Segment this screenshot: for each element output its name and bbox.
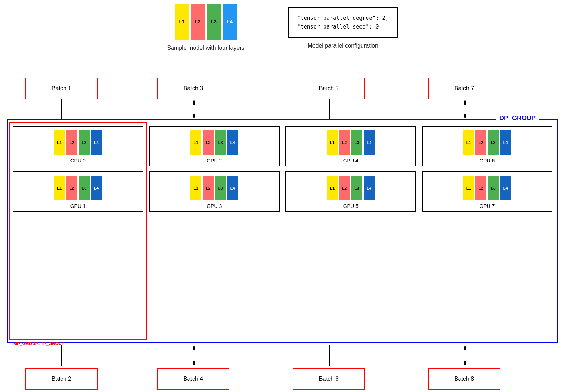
svg-marker-11 [329,99,330,105]
arrow-batch6-conn [329,345,330,368]
gpu6-l3: L3 [488,130,499,155]
gpu1-name: GPU 1 [70,203,86,209]
gpu5-l1: L1 [327,176,338,200]
gpu3-name: GPU 3 [207,203,222,209]
gpu3-l2: L2 [203,176,214,200]
batch5-label: Batch 5 [319,85,338,92]
gpu6-name: GPU 6 [479,158,495,164]
gpu2-l4: L4 [227,130,238,155]
gpu4-layers: L1 L2 L3 L4 [327,130,375,155]
gpu6-l1: L1 [463,130,474,155]
batch5-box: Batch 5 [293,78,365,99]
batch2-box: Batch 2 [25,368,98,390]
gpu3-l4: L4 [227,176,238,200]
gpu0-l4: L4 [91,130,102,155]
svg-marker-7 [193,99,195,105]
arrow-batch1-up [61,99,62,121]
gpu2-l3: L3 [215,130,226,155]
gpu1-l4: L4 [91,176,102,200]
gpu2-layers: L1 L2 L3 L4 [190,130,238,155]
batch7-box: Batch 7 [428,78,500,99]
layer-l4: L4 [223,4,237,40]
config-line2: "tensor_parallel_seed": 0 [297,22,389,31]
diagram: L1 L2 L3 L4 Sample model with four layer… [0,0,565,392]
gpu3-layers: L1 L2 L3 L4 [190,176,238,200]
batch1-label: Batch 1 [52,85,71,92]
gpu2-box: L1 L2 L3 L4 GPU 2 [149,126,280,166]
batch4-label: Batch 4 [184,376,203,382]
dp-group-border: DP_GROUP MP_GROUP=TP_GROUP L1 L2 L3 [7,119,558,343]
layer-l1: L1 [175,4,189,40]
gpu2-l1: L1 [190,130,201,155]
svg-marker-31 [464,345,466,350]
config-box: "tensor_parallel_degree": 2, "tensor_par… [288,7,398,38]
gpu-pair-2: L1 L2 L3 L4 GPU 4 L1 L2 L3 [285,126,416,336]
layer-l2: L2 [191,4,205,40]
svg-marker-15 [464,99,466,105]
svg-marker-27 [329,345,330,350]
gpu7-layers: L1 L2 L3 L4 [463,176,511,200]
gpu1-l2: L2 [66,176,77,200]
gpu1-l1: L1 [54,176,65,200]
config-section: "tensor_parallel_degree": 2, "tensor_par… [288,4,398,49]
gpu6-layers: L1 L2 L3 L4 [463,130,511,155]
gpu5-layers: L1 L2 L3 L4 [327,176,375,200]
arrow-batch8-conn [464,345,466,368]
gpu6-l2: L2 [475,130,486,155]
layer-l3: L3 [207,4,221,40]
gpu4-name: GPU 4 [343,158,358,164]
svg-marker-3 [61,99,62,105]
gpu4-l3: L3 [351,130,362,155]
gpu3-l1: L1 [190,176,201,200]
model-section-label: Sample model with four layers [167,45,244,51]
top-section: L1 L2 L3 L4 Sample model with four layer… [0,4,565,51]
arrow-batch7 [464,99,466,121]
gpu4-box: L1 L2 L3 L4 GPU 4 [285,126,416,166]
gpu2-name: GPU 2 [207,158,222,164]
arrow-batch5 [329,99,330,121]
gpu0-name: GPU 0 [70,158,86,164]
gpu7-box: L1 L2 L3 L4 GPU 7 [422,171,553,212]
batch6-label: Batch 6 [319,376,338,382]
dp-group-label: DP_GROUP [496,114,539,122]
batch1-box: Batch 1 [25,78,98,99]
batch7-label: Batch 7 [454,85,474,92]
gpu0-layers: L1 L2 L3 L4 [54,130,102,155]
batch4-box: Batch 4 [157,368,229,390]
config-section-label: Model parallel configuration [307,43,378,49]
gpu5-l4: L4 [364,176,375,200]
gpu1-layers: L1 L2 L3 L4 [54,176,102,200]
batch8-box: Batch 8 [428,368,500,390]
batch2-label: Batch 2 [52,376,71,382]
gpu5-name: GPU 5 [343,203,358,209]
gpu3-box: L1 L2 L3 L4 GPU 3 [149,171,280,212]
batch3-box: Batch 3 [157,78,229,99]
gpu0-l1: L1 [54,130,65,155]
gpu2-l2: L2 [203,130,214,155]
gpu7-l2: L2 [475,176,486,200]
main-diagram: Batch 1 Batch 3 Batch 5 Batch 7 [7,78,558,384]
gpu7-name: GPU 7 [479,203,495,209]
layers-container: L1 L2 L3 L4 [175,4,237,40]
gpu4-l4: L4 [364,130,375,155]
gpu0-box: L1 L2 L3 L4 GPU 0 [13,126,143,166]
gpu5-l3: L3 [351,176,362,200]
gpu0-l2: L2 [66,130,77,155]
batch3-label: Batch 3 [184,85,203,92]
gpu1-box: L1 L2 L3 L4 GPU 1 [13,171,143,212]
gpu6-l4: L4 [500,130,511,155]
config-line1: "tensor_parallel_degree": 2, [297,14,389,22]
gpu7-l1: L1 [463,176,474,200]
gpu5-box: L1 L2 L3 L4 GPU 5 [285,171,416,212]
gpu0-l3: L3 [79,130,90,155]
gpu-pair-3: L1 L2 L3 L4 GPU 6 L1 L2 L3 [422,126,553,336]
gpu-pair-1: L1 L2 L3 L4 GPU 2 L1 L2 L3 [149,126,280,336]
gpu4-l2: L2 [339,130,350,155]
batch6-box: Batch 6 [293,368,365,390]
arrow-batch4-conn [193,345,195,368]
gpu4-l1: L1 [327,130,338,155]
gpu5-l2: L2 [339,176,350,200]
arrow-batch2-conn [61,345,62,368]
gpu-pair-0: MP_GROUP=TP_GROUP L1 L2 L3 L4 GPU 0 [13,126,143,336]
gpu1-l3: L3 [79,176,90,200]
